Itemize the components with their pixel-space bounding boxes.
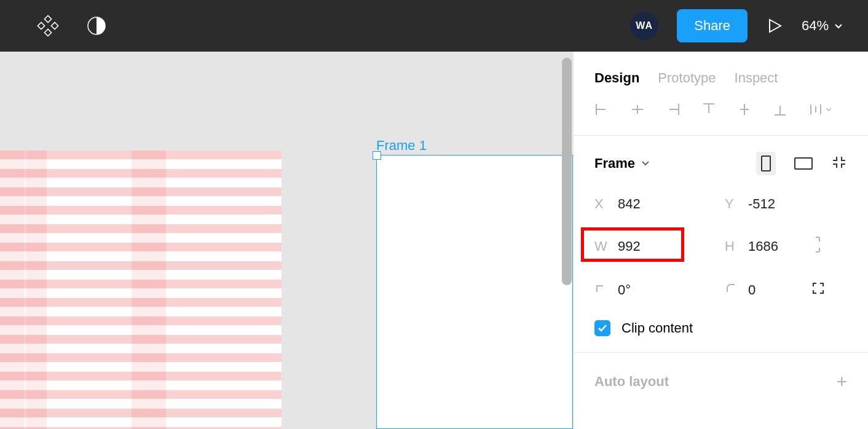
scrollbar-thumb[interactable] [562,58,572,285]
tab-inspect[interactable]: Inspect [735,70,778,86]
panel-tabs: Design Prototype Inspect [574,52,868,100]
properties-panel: Design Prototype Inspect Frame [573,52,868,429]
svg-rect-3 [51,22,58,29]
svg-rect-2 [37,22,44,29]
alignment-row [574,100,868,136]
tab-design[interactable]: Design [594,70,639,86]
main: Frame 1 Design Prototype Inspect Frame [0,52,868,429]
w-input[interactable]: 992 [618,238,673,254]
fit-icon[interactable] [831,154,847,173]
svg-rect-0 [44,15,51,22]
zoom-dropdown[interactable]: 64% [802,18,843,34]
align-hcenter-icon[interactable] [630,102,645,117]
topbar-right: WA Share 64% [630,9,843,42]
y-input[interactable]: -512 [748,196,803,212]
add-autolayout-button[interactable]: + [836,371,847,392]
chevron-down-icon [834,21,843,31]
clip-content-row[interactable]: Clip content [594,320,847,336]
x-input[interactable]: 842 [618,196,673,212]
frame-label[interactable]: Frame 1 [376,138,427,154]
align-right-icon[interactable] [666,102,681,117]
frame-selection[interactable] [376,155,573,429]
zoom-value: 64% [802,18,829,34]
frame-resize-handle[interactable] [373,151,381,160]
canvas-content-pattern [0,151,282,429]
avatar[interactable]: WA [630,12,658,40]
orientation-landscape[interactable] [794,157,813,170]
align-top-icon[interactable] [701,102,716,117]
align-left-icon[interactable] [594,102,609,117]
topbar: WA Share 64% [0,0,868,52]
h-input[interactable]: 1686 [748,238,803,254]
mask-icon[interactable] [86,15,107,36]
canvas[interactable]: Frame 1 [0,52,573,429]
clip-checkbox[interactable] [594,320,610,336]
components-icon[interactable] [37,15,59,37]
frame-type-dropdown[interactable]: Frame [594,155,650,171]
w-label: W [594,238,610,254]
canvas-scrollbar[interactable] [561,52,573,429]
align-bottom-icon[interactable] [773,102,787,117]
corner-input[interactable]: 0 [748,282,803,298]
clip-label: Clip content [621,320,693,336]
corner-details-icon[interactable] [811,281,835,299]
present-icon[interactable] [766,17,783,34]
align-vcenter-icon[interactable] [737,102,752,117]
chevron-down-icon [825,106,832,113]
corner-icon [725,282,741,298]
chevron-down-icon [641,159,650,168]
svg-rect-1 [44,29,51,36]
dimensions-grid: X 842 Y -512 W 992 H 1686 0° 0 [594,196,847,299]
frame-section: Frame X 842 Y -512 W [574,136,868,353]
tab-prototype[interactable]: Prototype [658,70,716,86]
autolayout-section: Auto layout + [574,353,868,411]
h-label: H [725,238,741,254]
orientation-portrait[interactable] [756,152,776,175]
y-label: Y [725,196,741,212]
x-label: X [594,196,610,212]
rotation-icon [594,282,610,298]
share-button[interactable]: Share [677,9,748,42]
frame-orientation [756,152,847,175]
distribute-icon[interactable] [808,102,832,117]
rotation-input[interactable]: 0° [618,282,673,298]
frame-type-label: Frame [594,155,635,171]
autolayout-label: Auto layout [594,374,669,390]
topbar-left [37,15,107,37]
link-wh-icon[interactable] [811,235,835,258]
